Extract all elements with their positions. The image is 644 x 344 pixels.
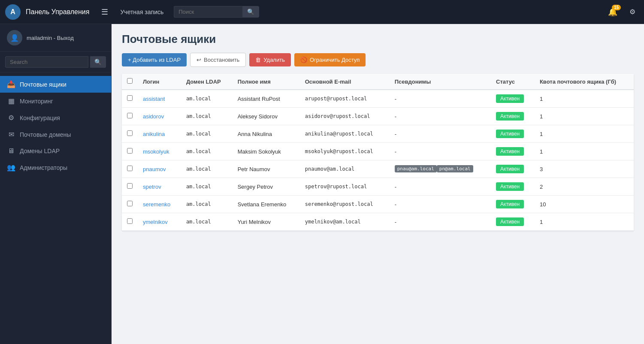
status-cell: Активен <box>491 213 535 231</box>
app-title: Панель Управления <box>26 8 89 16</box>
row-checkbox[interactable] <box>127 95 133 101</box>
row-checkbox[interactable] <box>127 201 133 206</box>
aliases: - <box>390 90 491 108</box>
col-full-name: Полное имя <box>233 74 300 90</box>
select-all-checkbox[interactable] <box>127 78 133 84</box>
ldap-domain: am.local <box>181 125 233 143</box>
login-link[interactable]: seremenko <box>143 201 170 208</box>
full-name: Sergey Petrov <box>233 178 300 196</box>
login-link[interactable]: pnaumov <box>143 166 166 172</box>
col-email: Основной E-mail <box>300 74 390 90</box>
ldap-domains-icon: 🖥 <box>7 147 15 155</box>
table-row: asidorovam.localAleksey Sidorovasidorov@… <box>122 108 634 125</box>
full-name: Assistant RuPost <box>233 90 300 108</box>
menu-icon[interactable]: ☰ <box>98 6 112 18</box>
table-row: msokolyukam.localMaksim Sokolyukmsokolyu… <box>122 143 634 160</box>
login-link[interactable]: ymelnikov <box>143 219 168 225</box>
restrict-button[interactable]: 🚫 Ограничить Доступ <box>294 53 366 66</box>
sidebar-item-label: Мониторинг <box>20 98 53 105</box>
table-row: anikulinaam.localAnna Nikulinaanikulina@… <box>122 125 634 143</box>
login-link[interactable]: msokolyuk <box>143 148 169 155</box>
status-cell: Активен <box>491 160 535 178</box>
topnav-search-button[interactable]: 🔍 <box>242 6 259 18</box>
sidebar-item-label: Администраторы <box>20 164 67 171</box>
primary-email: spetrov@rupost.local <box>300 178 390 196</box>
quota: 10 <box>535 196 634 213</box>
table-row: spetrovam.localSergey Petrovspetrov@rupo… <box>122 178 634 196</box>
sidebar-item-config[interactable]: ⚙ Конфигурация <box>0 109 111 126</box>
aliases: pnau@am.localpn@am.local <box>390 160 491 178</box>
row-checkbox[interactable] <box>127 130 133 136</box>
search-input[interactable] <box>5 56 88 68</box>
status-badge: Активен <box>496 130 524 138</box>
ldap-domain: am.local <box>181 213 233 231</box>
sidebar-user-info: 👤 mailadmin - Выход <box>0 24 111 52</box>
login-link[interactable]: assistant <box>143 96 165 102</box>
restore-icon: ↩ <box>197 57 201 63</box>
delete-button[interactable]: 🗑 Удалить <box>249 53 291 66</box>
full-name: Petr Naumov <box>233 160 300 178</box>
status-badge: Активен <box>496 182 524 191</box>
primary-email: pnaumov@am.local <box>300 160 390 178</box>
status-badge: Активен <box>496 147 524 156</box>
sidebar-item-mail-domains[interactable]: ✉ Почтовые домены <box>0 126 111 143</box>
sidebar-item-mailboxes[interactable]: 📥 Почтовые ящики <box>0 76 111 93</box>
sidebar-item-admins[interactable]: 👥 Администраторы <box>0 159 111 176</box>
quota: 2 <box>535 178 634 196</box>
notification-count: 15 <box>612 5 621 10</box>
quota: 3 <box>535 160 634 178</box>
table-row: ymelnikovam.localYuri Melnikovymelnikov@… <box>122 213 634 231</box>
main-content: Почтовые ящики + Добавить из LDAP ↩ Восс… <box>112 24 644 344</box>
mailboxes-icon: 📥 <box>7 80 15 88</box>
login-link[interactable]: anikulina <box>143 131 165 137</box>
mailboxes-table: Логин Домен LDAP Полное имя Основной E-m… <box>122 74 634 231</box>
sidebar-nav: 📥 Почтовые ящики ▦ Мониторинг ⚙ Конфигур… <box>0 72 111 344</box>
admins-icon: 👥 <box>7 163 15 172</box>
monitoring-icon: ▦ <box>7 97 15 105</box>
sidebar-item-label: Почтовые домены <box>20 131 71 138</box>
status-badge: Активен <box>496 165 524 173</box>
table-header-row: Логин Домен LDAP Полное имя Основной E-m… <box>122 74 634 90</box>
row-checkbox[interactable] <box>127 148 133 154</box>
row-checkbox[interactable] <box>127 113 133 118</box>
aliases: - <box>390 143 491 160</box>
full-name: Yuri Melnikov <box>233 213 300 231</box>
page-title: Почтовые ящики <box>122 33 634 46</box>
ldap-domain: am.local <box>181 160 233 178</box>
account-menu[interactable]: Учетная запись <box>117 7 167 17</box>
ldap-domain: am.local <box>181 90 233 108</box>
restore-button[interactable]: ↩ Восстановить <box>190 53 246 67</box>
alias-badge: pn@am.local <box>437 165 473 172</box>
row-checkbox[interactable] <box>127 166 133 171</box>
sidebar-search-button[interactable]: 🔍 <box>90 56 106 68</box>
add-ldap-button[interactable]: + Добавить из LDAP <box>122 53 187 66</box>
row-checkbox[interactable] <box>127 183 133 189</box>
col-checkbox <box>122 74 138 90</box>
aliases: - <box>390 125 491 143</box>
primary-email: seremenko@rupost.local <box>300 196 390 213</box>
status-cell: Активен <box>491 90 535 108</box>
settings-gear-icon[interactable]: ⚙ <box>626 6 639 18</box>
app-logo: A <box>5 4 21 20</box>
col-login: Логин <box>138 74 181 90</box>
status-badge: Активен <box>496 200 524 208</box>
aliases: - <box>390 213 491 231</box>
config-icon: ⚙ <box>7 114 15 122</box>
table-body: assistantam.localAssistant RuPostarupost… <box>122 90 634 231</box>
sidebar-search-wrap: 🔍 <box>0 52 111 72</box>
col-ldap-domain: Домен LDAP <box>181 74 233 90</box>
avatar: 👤 <box>7 30 22 45</box>
sidebar-item-label: Домены LDAP <box>20 148 60 154</box>
sidebar-item-monitoring[interactable]: ▦ Мониторинг <box>0 93 111 109</box>
aliases: - <box>390 178 491 196</box>
notifications-bell[interactable]: 🔔 15 <box>605 6 621 18</box>
login-link[interactable]: spetrov <box>143 184 161 190</box>
login-link[interactable]: asidorov <box>143 113 164 120</box>
full-name: Maksim Sokolyuk <box>233 143 300 160</box>
table-row: seremenkoam.localSvetlana Eremenkosereme… <box>122 196 634 213</box>
sidebar: 👤 mailadmin - Выход 🔍 📥 Почтовые ящики ▦… <box>0 24 112 344</box>
sidebar-item-ldap-domains[interactable]: 🖥 Домены LDAP <box>0 143 111 159</box>
topnav-search-input[interactable] <box>174 6 242 18</box>
status-badge: Активен <box>496 217 524 226</box>
row-checkbox[interactable] <box>127 218 133 224</box>
